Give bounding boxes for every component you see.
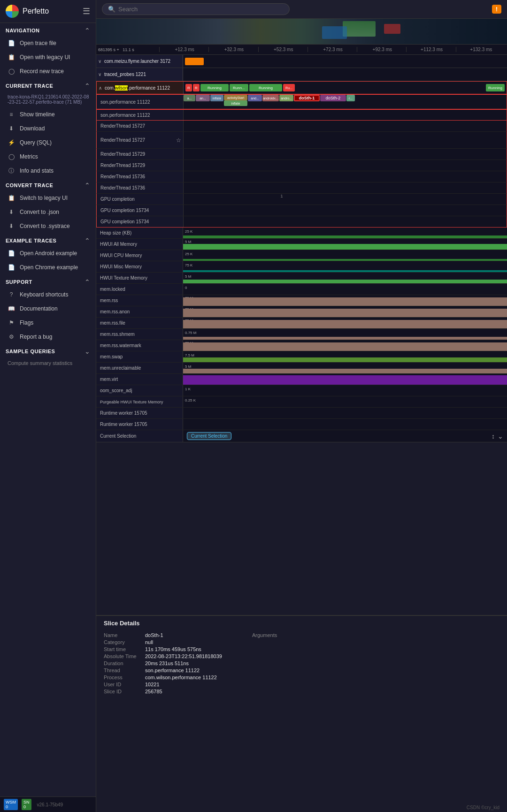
sidebar-item-flags[interactable]: ⚑ Flags xyxy=(0,316,96,330)
search-box[interactable]: 🔍 xyxy=(102,3,290,15)
sidebar-item-download[interactable]: ⬇ Download xyxy=(0,121,96,136)
mem-content-rw2 xyxy=(183,419,507,430)
wilson-process-wrapper: ∧ com.wilson.performance 11122 R R Runni… xyxy=(96,81,507,228)
mem-row-swap[interactable]: mem.swap 7.5 M xyxy=(96,351,507,363)
field-label-duration: Duration xyxy=(104,660,141,666)
process-row-traced[interactable]: ∨ traced_probes 1221 xyxy=(96,68,507,81)
mem-row-virt[interactable]: mem.virt 5 G xyxy=(96,374,507,385)
sidebar-item-record-trace[interactable]: ◯ Record new trace xyxy=(0,64,96,78)
block-dosth2[interactable]: doSth-2 xyxy=(320,95,346,101)
mem-row-rss-shmem[interactable]: mem.rss.shmem 0.75 M xyxy=(96,329,507,340)
mem-row-rss[interactable]: mem.rss 75 M xyxy=(96,295,507,306)
sample-subtitle: Compute summary statistics xyxy=(0,357,96,369)
star-icon[interactable]: ☆ xyxy=(176,137,181,144)
mem-label-rss-shmem: mem.rss.shmem xyxy=(96,329,183,340)
example-chevron: ⌃ xyxy=(84,237,90,244)
mem-label-rss-anon: mem.rss.anon xyxy=(96,306,183,317)
convert-systrace-label: Convert to .systrace xyxy=(20,223,70,229)
nav-section-header[interactable]: Navigation ⌃ xyxy=(0,23,96,36)
sidebar-item-open-legacy[interactable]: 📋 Open with legacy UI xyxy=(0,50,96,64)
sidebar-item-info[interactable]: ⓘ Info and stats xyxy=(0,164,96,178)
version-bar: WSM0 SN0 v26.1-75b49 xyxy=(0,797,96,812)
thread-row-render1b[interactable]: RenderThread 15727 ☆ xyxy=(96,132,507,149)
hamburger-menu[interactable]: ☰ xyxy=(83,6,90,16)
block-androidx: androidx... xyxy=(262,95,279,101)
thread-content-render3b xyxy=(184,182,507,193)
timeline-icon: ≡ xyxy=(8,111,15,118)
thread-content-render2 xyxy=(184,149,507,159)
thread-row-render3[interactable]: RenderThread 15736 xyxy=(96,171,507,182)
sample-section-header[interactable]: Sample queries ⌄ xyxy=(0,344,96,357)
mem-row-hwui-cpu[interactable]: HWUI CPU Memory 25 K xyxy=(96,250,507,261)
thread-row-render2[interactable]: RenderThread 15729 xyxy=(96,149,507,160)
process-label-wilson: ∧ com.wilson.performance 11122 xyxy=(97,82,184,94)
sidebar-item-metrics[interactable]: ◯ Metrics xyxy=(0,150,96,164)
process-row-launcher[interactable]: ∨ com.meizu.flyme.launcher 3172 xyxy=(96,55,507,68)
mem-row-rss-file[interactable]: mem.rss.file 75 M xyxy=(96,318,507,329)
notification-badge[interactable]: ! xyxy=(492,5,501,14)
sidebar-item-chrome[interactable]: 📄 Open Chrome example xyxy=(0,260,96,274)
sidebar-item-bug[interactable]: ⚙ Report a bug xyxy=(0,330,96,344)
trace-rows[interactable]: ∨ com.meizu.flyme.launcher 3172 ∨ traced… xyxy=(96,55,507,615)
convert-section-header[interactable]: Convert trace ⌃ xyxy=(0,178,96,191)
thread-row-gpu1[interactable]: GPU completion 1 xyxy=(96,194,507,205)
sidebar-item-query[interactable]: ⚡ Query (SQL) xyxy=(0,136,96,150)
block-dosth1[interactable]: doSth-1 xyxy=(294,95,320,101)
sidebar-item-keyboard[interactable]: ? Keyboard shortcuts xyxy=(0,288,96,302)
sidebar-item-docs[interactable]: 📖 Documentation xyxy=(0,302,96,316)
field-label-starttime: Start time xyxy=(104,646,141,652)
mem-content-oom: 1 K xyxy=(183,385,507,396)
mem-row-rw1[interactable]: Runtime worker 15705 xyxy=(96,408,507,419)
example-section-header[interactable]: Example Traces ⌃ xyxy=(0,233,96,246)
sidebar-item-android[interactable]: 📄 Open Android example xyxy=(0,246,96,260)
mem-row-locked[interactable]: mem.locked 0 xyxy=(96,284,507,295)
mem-row-rw2[interactable]: Runtime worker 15705 xyxy=(96,419,507,430)
mem-row-oom[interactable]: oom_score_adj 1 K xyxy=(96,385,507,396)
thread-content-gpu2 xyxy=(184,205,507,216)
mem-row-rss-anon[interactable]: mem.rss.anon 75 M xyxy=(96,306,507,318)
mem-row-unreclaimable[interactable]: mem.unreclaimable 5 M xyxy=(96,363,507,374)
current-sel-badge[interactable]: Current Selection xyxy=(187,432,231,440)
sidebar-item-open-trace[interactable]: 📄 Open trace file xyxy=(0,36,96,50)
thread-row-son-perf2[interactable]: son.performance 11122 xyxy=(96,109,507,121)
collapse-wilson[interactable]: ∧ xyxy=(99,85,102,91)
info-icon: ⓘ xyxy=(8,167,15,175)
process-row-wilson[interactable]: ∧ com.wilson.performance 11122 R R Runni… xyxy=(96,81,507,94)
sidebar-item-switch-legacy[interactable]: 📋 Switch to legacy UI xyxy=(0,191,96,205)
thread-row-gpu2[interactable]: GPU completion 15734 xyxy=(96,205,507,216)
docs-icon: 📖 xyxy=(8,305,15,312)
collapse-launcher[interactable]: ∨ xyxy=(98,59,101,64)
thread-row-render1[interactable]: RenderThread 15727 xyxy=(96,121,507,132)
sample-chevron: ⌄ xyxy=(84,348,90,355)
search-input[interactable] xyxy=(118,6,284,13)
mem-row-hwui-tex[interactable]: HWUI Texture Memory 5 M xyxy=(96,273,507,284)
mem-row-hwui-all[interactable]: HWUI All Memory 5 M xyxy=(96,239,507,250)
support-section-header[interactable]: Support ⌃ xyxy=(0,274,96,288)
tick-5: +112.3 ms xyxy=(406,47,455,52)
sidebar-item-show-timeline[interactable]: ≡ Show timeline xyxy=(0,107,96,121)
expand-icon[interactable]: ⌄ xyxy=(498,433,503,440)
thread-row-son-perf1[interactable]: son.performance 11122 a... an... inflate… xyxy=(96,94,507,109)
bottom-panel: Slice Details Name doSth-1 Arguments Cat… xyxy=(96,615,507,812)
collapse-traced[interactable]: ∨ xyxy=(98,72,101,77)
download-label: Download xyxy=(20,125,45,132)
thread-row-gpu3[interactable]: GPU completion 15734 xyxy=(96,216,507,228)
sort-icon[interactable]: ↕ xyxy=(492,433,495,440)
sidebar-item-convert-systrace[interactable]: ⬇ Convert to .systrace xyxy=(0,219,96,233)
tick-6: +132.3 ms xyxy=(456,47,505,52)
file-icon: 📄 xyxy=(8,39,15,47)
current-trace-section-header[interactable]: Current Trace ⌃ xyxy=(0,78,96,91)
mem-row-hwui-misc[interactable]: HWUI Misc Memory 75 K xyxy=(96,261,507,273)
thread-row-render2b[interactable]: RenderThread 15729 xyxy=(96,160,507,171)
sidebar-item-convert-json[interactable]: ⬇ Convert to .json xyxy=(0,205,96,219)
mem-content-hwui-misc: 75 K xyxy=(183,261,507,272)
slice-details-grid: Name doSth-1 Arguments Category null Sta… xyxy=(96,629,507,698)
mini-map[interactable] xyxy=(96,19,507,45)
mem-row-rss-wm[interactable]: mem.rss.watermark 75 M xyxy=(96,340,507,351)
block-activity-start: activityStart xyxy=(224,95,247,100)
thread-row-render3b[interactable]: RenderThread 15736 xyxy=(96,182,507,194)
mem-row-purgeable[interactable]: Purgeable HWUI Texture Memory 0.25 K xyxy=(96,396,507,408)
sample-title: Sample queries xyxy=(6,349,84,354)
current-sel-label: Current Selection xyxy=(96,430,183,442)
mem-row-heap[interactable]: Heap size (KB) 25 K xyxy=(96,228,507,239)
